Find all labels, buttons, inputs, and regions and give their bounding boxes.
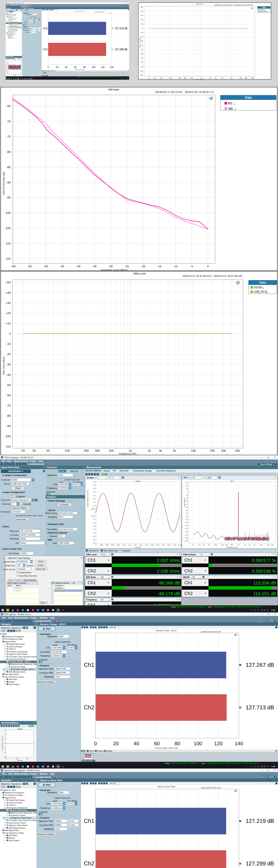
svg-text:Ap: Ap bbox=[109, 13, 111, 14]
svg-text:Ap: Ap bbox=[234, 634, 237, 636]
svg-text:Ap: Ap bbox=[251, 7, 252, 9]
svg-text:Ap: Ap bbox=[235, 281, 239, 284]
svg-text:Ap: Ap bbox=[234, 790, 237, 792]
svg-text:Ap: Ap bbox=[209, 96, 212, 99]
